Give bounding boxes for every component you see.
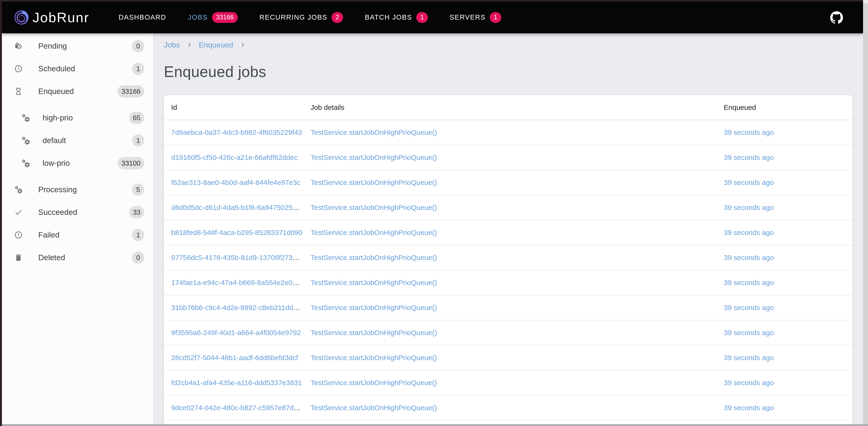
job-enqueued-time-link[interactable]: 39 seconds ago bbox=[724, 279, 774, 286]
sidebar-count-badge: 33 bbox=[129, 206, 144, 218]
brand-home-link[interactable]: JobRunr bbox=[14, 9, 89, 25]
github-icon bbox=[830, 11, 843, 24]
truncation-ellipsis: … bbox=[294, 404, 301, 412]
job-details-link[interactable]: TestService.startJobOnHighPrioQueue() bbox=[311, 279, 437, 286]
sidebar-item-scheduled[interactable]: Scheduled 1 bbox=[2, 57, 153, 80]
job-details-link[interactable]: TestService.startJobOnHighPrioQueue() bbox=[311, 354, 437, 362]
sidebar: Pending 0 Scheduled 1 Enqueued 33166 hig… bbox=[2, 33, 154, 424]
job-enqueued-time-link[interactable]: 39 seconds ago bbox=[724, 229, 774, 236]
nav-item-dashboard[interactable]: DASHBOARD bbox=[119, 13, 166, 21]
sidebar-item-processing[interactable]: Processing 5 bbox=[2, 178, 153, 201]
job-id-link[interactable]: d19160f5-cf50-426c-a21e-66afdf62ddec bbox=[171, 153, 298, 161]
job-enqueued-time-link[interactable]: 39 seconds ago bbox=[724, 304, 774, 311]
job-enqueued-time-link[interactable]: 39 seconds ago bbox=[724, 354, 774, 362]
job-enqueued-time-link[interactable]: 39 seconds ago bbox=[724, 254, 774, 262]
job-enqueued-time-link[interactable]: 39 seconds ago bbox=[724, 179, 774, 186]
brand-name: JobRunr bbox=[33, 9, 89, 25]
chevron-right-icon bbox=[239, 41, 247, 49]
truncation-ellipsis: … bbox=[292, 204, 300, 211]
sidebar-item-succeeded[interactable]: Succeeded 33 bbox=[2, 201, 153, 224]
breadcrumb-link-enqueued[interactable]: Enqueued bbox=[199, 41, 233, 49]
truncation-ellipsis: … bbox=[292, 254, 300, 262]
job-details-link[interactable]: TestService.startJobOnHighPrioQueue() bbox=[311, 404, 437, 412]
sidebar-item-label: default bbox=[42, 136, 66, 145]
job-details-link[interactable]: TestService.startJobOnHighPrioQueue() bbox=[311, 304, 437, 311]
github-link[interactable] bbox=[830, 11, 843, 24]
window-edge-bottom bbox=[0, 424, 868, 426]
sidebar-count-badge: 0 bbox=[132, 251, 144, 264]
job-id-link[interactable]: 9dce0274-042e-480c-b827-c5957e87d bbox=[171, 404, 294, 412]
breadcrumb: JobsEnqueued bbox=[164, 40, 863, 50]
job-id-link[interactable]: 31bb76b6-c9c4-4d2e-8992-c8eb211dd bbox=[171, 304, 293, 311]
job-enqueued-time-link[interactable]: 39 seconds ago bbox=[724, 128, 774, 136]
job-id-link[interactable]: fd2cb4a1-afa4-435e-a116-ddd5337e3831 bbox=[171, 379, 302, 387]
job-enqueued-time-link[interactable]: 39 seconds ago bbox=[724, 153, 774, 161]
sidebar-count-badge: 33100 bbox=[118, 157, 144, 169]
job-enqueued-time-link[interactable]: 39 seconds ago bbox=[724, 379, 774, 387]
sidebar-item-enqueued[interactable]: Enqueued 33166 bbox=[2, 80, 153, 103]
job-details-link[interactable]: TestService.startJobOnHighPrioQueue() bbox=[311, 153, 437, 161]
page-title: Enqueued jobs bbox=[164, 63, 863, 81]
nav-item-label: BATCH JOBS bbox=[365, 13, 412, 21]
job-id-link[interactable]: 28cd52f7-5044-46b1-aadf-6dd6befd3dcf bbox=[171, 354, 298, 362]
nav-count-badge: 1 bbox=[490, 12, 501, 23]
page-scrollbar[interactable] bbox=[863, 0, 868, 426]
job-enqueued-time-link[interactable]: 39 seconds ago bbox=[724, 204, 774, 211]
job-id-link[interactable]: b818fed8-548f-4aca-b295-85283371d090 bbox=[171, 229, 302, 236]
job-details-link[interactable]: TestService.startJobOnHighPrioQueue() bbox=[311, 128, 437, 136]
breadcrumb-link-jobs[interactable]: Jobs bbox=[164, 41, 180, 49]
job-id-link[interactable]: d6d0d5dc-d61d-4da5-b1f6-6a9475025 bbox=[171, 204, 292, 211]
sidebar-item-label: Succeeded bbox=[38, 208, 77, 217]
scrollbar-top-cap bbox=[863, 0, 868, 3]
job-details-link[interactable]: TestService.startJobOnHighPrioQueue() bbox=[311, 379, 437, 387]
job-id-link[interactable]: 7d9aebca-0a37-4dc3-b982-4f6035229f43 bbox=[171, 128, 302, 136]
job-id-link[interactable]: 174fae1a-e94c-47a4-b669-8a554e2e0 bbox=[171, 279, 292, 286]
truncation-ellipsis: … bbox=[292, 279, 300, 286]
nav-count-badge: 2 bbox=[332, 12, 343, 23]
table-row: 174fae1a-e94c-47a4-b669-8a554e2e0… TestS… bbox=[164, 270, 852, 296]
error-icon bbox=[14, 230, 24, 240]
table-header: Id Job details Enqueued bbox=[164, 95, 852, 120]
nav-item-jobs[interactable]: JOBS 33166 bbox=[188, 12, 238, 23]
job-details-link[interactable]: TestService.startJobOnHighPrioQueue() bbox=[311, 254, 437, 262]
top-nav: JobRunr DASHBOARD JOBS 33166 RECURRING J… bbox=[2, 1, 863, 33]
job-details-link[interactable]: TestService.startJobOnHighPrioQueue() bbox=[311, 329, 437, 336]
table-row: 31bb76b6-c9c4-4d2e-8992-c8eb211dd… TestS… bbox=[164, 296, 852, 321]
table-row: d19160f5-cf50-426c-a21e-66afdf62ddec… Te… bbox=[164, 145, 852, 170]
nav-item-label: SERVERS bbox=[450, 13, 486, 21]
sidebar-item-label: Failed bbox=[38, 231, 60, 239]
sidebar-item-default[interactable]: default 1 bbox=[2, 129, 153, 152]
sidebar-count-badge: 65 bbox=[129, 112, 144, 124]
table-body: 7d9aebca-0a37-4dc3-b982-4f6035229f43… Te… bbox=[164, 120, 852, 421]
sidebar-item-label: Scheduled bbox=[38, 64, 75, 73]
job-id-link[interactable]: f62ae313-8ae0-4b0d-aaf4-844fe4e97e3c bbox=[171, 179, 300, 186]
job-enqueued-time-link[interactable]: 39 seconds ago bbox=[724, 329, 774, 336]
job-id-link[interactable]: 9f3595a6-249f-40d1-a664-a4f0054e9792 bbox=[171, 329, 301, 336]
job-id-link[interactable]: 97756dc5-4176-435b-81d9-13706f273 bbox=[171, 254, 292, 262]
nav-count-badge: 33166 bbox=[212, 12, 238, 23]
chevron-right-icon bbox=[185, 41, 194, 49]
nav-item-servers[interactable]: SERVERS 1 bbox=[450, 12, 501, 23]
clock-icon bbox=[14, 64, 24, 73]
nav-item-batch-jobs[interactable]: BATCH JOBS 1 bbox=[365, 12, 428, 23]
job-details-link[interactable]: TestService.startJobOnHighPrioQueue() bbox=[311, 179, 437, 186]
sidebar-count-badge: 5 bbox=[132, 183, 144, 196]
check-icon bbox=[14, 208, 24, 217]
sidebar-item-high-prio[interactable]: high-prio 65 bbox=[2, 106, 153, 129]
sidebar-item-label: high-prio bbox=[42, 113, 73, 122]
sidebar-item-pending[interactable]: Pending 0 bbox=[2, 35, 153, 57]
sidebar-item-failed[interactable]: Failed 1 bbox=[2, 224, 153, 246]
sidebar-item-low-prio[interactable]: low-prio 33100 bbox=[2, 152, 153, 175]
jobrunr-logo-icon bbox=[14, 10, 29, 25]
job-details-link[interactable]: TestService.startJobOnHighPrioQueue() bbox=[311, 204, 437, 211]
nav-menu: DASHBOARD JOBS 33166 RECURRING JOBS 2 BA… bbox=[119, 12, 501, 23]
job-details-link[interactable]: TestService.startJobOnHighPrioQueue() bbox=[311, 229, 437, 236]
sidebar-item-deleted[interactable]: Deleted 0 bbox=[2, 246, 153, 269]
column-header-id: Id bbox=[171, 103, 311, 112]
job-enqueued-time-link[interactable]: 39 seconds ago bbox=[724, 404, 774, 412]
window-edge-left bbox=[0, 0, 2, 426]
truncation-ellipsis: … bbox=[293, 304, 300, 311]
nav-item-label: RECURRING JOBS bbox=[259, 13, 327, 21]
gears-icon bbox=[14, 185, 24, 194]
nav-item-recurring-jobs[interactable]: RECURRING JOBS 2 bbox=[259, 12, 343, 23]
